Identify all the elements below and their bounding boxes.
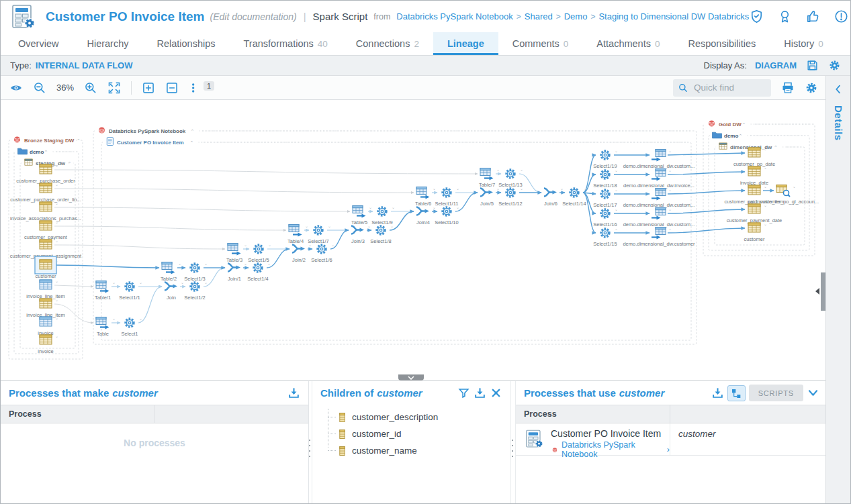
hierarchy-view-toggle[interactable] xyxy=(727,385,746,401)
node-select1-3[interactable]: ⌄Select1/3 xyxy=(184,262,208,282)
edit-documentation-link[interactable]: (Edit documentation) xyxy=(210,11,297,22)
node-invoice-line-item[interactable]: ⌄invoice_line_item xyxy=(26,279,65,299)
column-process[interactable]: Process xyxy=(516,405,670,423)
node-select1[interactable]: ⌄Select1 xyxy=(121,317,142,337)
process-row[interactable]: Customer PO Invoice Item Databricks PySp… xyxy=(516,423,827,456)
node-invoice-associations-purchas[interactable]: ⌄invoice_associations_purchas... xyxy=(10,201,81,221)
tab-connections[interactable]: Connections2 xyxy=(342,32,433,55)
node-table-7[interactable]: ⌄Table/7 xyxy=(479,168,500,188)
node-join-6[interactable]: ⌄Join/6 xyxy=(544,187,564,207)
node-table-3[interactable]: ⌄Table/3 xyxy=(226,243,247,263)
breadcrumb-item[interactable]: Demo xyxy=(564,11,588,21)
node-customer[interactable]: ⌄customer xyxy=(35,256,58,279)
node-select1-12[interactable]: ⌄Select1/12 xyxy=(498,187,523,207)
node-customer[interactable]: ⌄customer xyxy=(744,222,767,242)
scripts-filter-button[interactable]: SCRIPTS xyxy=(749,385,803,401)
download-icon[interactable] xyxy=(711,387,724,399)
process-source[interactable]: Databricks PySpark Notebook › xyxy=(551,440,670,459)
kebab-menu-icon[interactable] xyxy=(189,81,202,95)
quick-find-input[interactable] xyxy=(692,82,762,93)
canvas-collapse-arrow[interactable] xyxy=(815,288,819,295)
node-join-5[interactable]: ⌄Join/5 xyxy=(480,187,500,207)
node-invoice[interactable]: ⌄invoice xyxy=(38,316,58,336)
node-join-3[interactable]: ⌄Join/3 xyxy=(351,224,371,244)
details-panel-label[interactable]: Details xyxy=(833,105,844,141)
node-select1-10[interactable]: ⌄Select1/10 xyxy=(435,205,459,225)
column-item[interactable]: customer_description xyxy=(312,409,510,425)
node-table-6[interactable]: ⌄Table/6 xyxy=(415,187,436,207)
download-icon[interactable] xyxy=(287,387,300,399)
bottom-panel-drag-handle[interactable] xyxy=(398,374,424,381)
node-join-2[interactable]: ⌄Join/2 xyxy=(292,243,312,263)
node-join-4[interactable]: ⌄Join/4 xyxy=(416,205,436,225)
node-select1-9[interactable]: ⌄Select1/9 xyxy=(371,205,395,225)
node-invoice[interactable]: ⌄invoice xyxy=(38,334,58,354)
download-icon[interactable] xyxy=(474,387,486,399)
tab-responsibilities[interactable]: Responsibilities xyxy=(674,32,770,55)
print-icon[interactable] xyxy=(781,81,795,95)
node-select1-18[interactable]: ⌄Select1/18 xyxy=(593,168,618,189)
details-panel-collapsed[interactable]: Details xyxy=(825,76,850,503)
thumbs-up-icon[interactable] xyxy=(805,9,821,24)
node-join[interactable]: ⌄Join xyxy=(165,281,184,301)
chevron-down-icon[interactable] xyxy=(807,387,819,399)
node-select1-2[interactable]: ⌄Select1/2 xyxy=(184,281,208,301)
node-table-4[interactable]: ⌄Table/4 xyxy=(287,224,308,244)
node-demo-dimensional-dw-customer[interactable]: ⌄demo.dimensional_dw.customer xyxy=(623,227,695,247)
zoom-out-icon[interactable] xyxy=(33,81,46,95)
lineage-canvas[interactable]: Bronze Staging DW⌃demo⌃staging_dw⌃Databr… xyxy=(1,100,827,380)
tab-attachments[interactable]: Attachments0 xyxy=(582,32,674,55)
node-demo-dimensional-dw-invoice[interactable]: ⌄demo.dimensional_dw.invoice... xyxy=(623,168,695,189)
node-table[interactable]: ⌄Table xyxy=(96,317,116,337)
node-select1-19[interactable]: ⌄Select1/19 xyxy=(593,149,618,169)
fit-to-screen-icon[interactable] xyxy=(107,81,121,95)
tab-history[interactable]: History0 xyxy=(770,32,838,55)
node-select1-8[interactable]: ⌄Select1/8 xyxy=(370,224,394,244)
node-demo-dimensional-dw-custom[interactable]: ⌄demo.dimensional_dw.custom... xyxy=(623,207,695,228)
node-join-1[interactable]: ⌄Join/1 xyxy=(228,262,247,282)
diagram-settings-gear-icon[interactable] xyxy=(805,81,818,95)
node-table-5[interactable]: ⌄Table/5 xyxy=(351,205,372,225)
zoom-in-icon[interactable] xyxy=(84,81,97,95)
tab-comments[interactable]: Comments0 xyxy=(498,32,583,55)
node-select1-6[interactable]: ⌄Select1/6 xyxy=(311,243,334,263)
preview-eye-icon[interactable] xyxy=(9,81,23,95)
node-invoice-date[interactable]: ⌄invoice_date xyxy=(740,166,768,186)
node-table-2[interactable]: ⌄Table/2 xyxy=(161,262,181,282)
verified-shield-icon[interactable] xyxy=(749,9,764,24)
node-demo-dimensional-dw-custom[interactable]: ⌄demo.dimensional_dw.custom... xyxy=(623,149,695,169)
node-select1-16[interactable]: ⌄Select1/16 xyxy=(593,207,618,228)
close-icon[interactable] xyxy=(490,387,502,399)
chevron-left-icon[interactable] xyxy=(833,84,844,95)
canvas-vertical-scrollbar[interactable] xyxy=(821,272,825,311)
tab-hierarchy[interactable]: Hierarchy xyxy=(73,32,142,55)
node-select1-14[interactable]: ⌄Select1/14 xyxy=(562,187,587,207)
breadcrumb-item[interactable]: Databricks PySpark Notebook xyxy=(396,11,512,21)
node-select1-5[interactable]: ⌄Select1/5 xyxy=(248,243,271,263)
process-name[interactable]: Customer PO Invoice Item xyxy=(551,427,670,440)
column-item[interactable]: customer_name xyxy=(312,442,510,459)
tab-overview[interactable]: Overview xyxy=(4,32,73,55)
award-medal-icon[interactable] xyxy=(777,9,793,24)
panel-splitter[interactable] xyxy=(511,438,514,460)
display-as-value[interactable]: DIAGRAM xyxy=(755,60,797,70)
settings-gear-icon[interactable] xyxy=(828,59,841,72)
quick-find[interactable] xyxy=(673,79,771,97)
node-customer-payment[interactable]: ⌄customer_payment xyxy=(24,220,68,240)
node-customer-purchase-order-lin[interactable]: ⌄customer_purchase_order_lin... xyxy=(10,183,81,203)
filter-icon[interactable] xyxy=(457,387,470,399)
breadcrumb-item[interactable]: Staging to Dimensional DW Databricks xyxy=(598,11,749,21)
node-select1-15[interactable]: ⌄Select1/15 xyxy=(593,227,618,247)
collapse-all-icon[interactable] xyxy=(165,81,179,95)
node-table-1[interactable]: ⌄Table/1 xyxy=(95,281,116,301)
node-demo-dimensional-dw-custom[interactable]: ⌄demo.dimensional_dw.custom... xyxy=(623,188,695,208)
node-customer-payment-date[interactable]: ⌄customer_payment_date xyxy=(727,203,782,223)
node-invoice-line-item[interactable]: ⌄invoice_line_item xyxy=(26,298,65,318)
tab-transformations[interactable]: Transformations40 xyxy=(230,32,342,55)
node-select1-1[interactable]: ⌄Select1/1 xyxy=(119,281,142,301)
node-select1-4[interactable]: ⌄Select1/4 xyxy=(247,262,271,282)
column-item[interactable]: customer_id xyxy=(312,425,510,442)
breadcrumb-item[interactable]: Shared xyxy=(525,11,553,21)
alert-circle-icon[interactable] xyxy=(834,9,849,24)
expand-all-icon[interactable] xyxy=(142,81,155,95)
